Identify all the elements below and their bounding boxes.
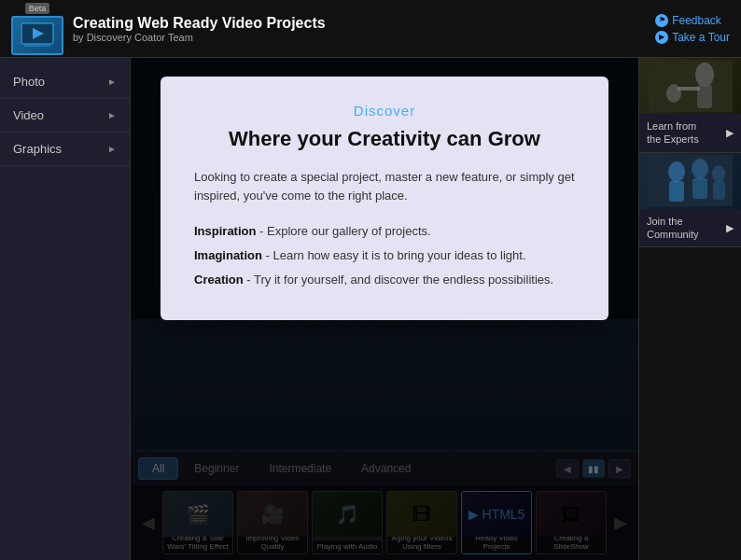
svg-rect-2 (24, 45, 50, 47)
svg-point-18 (692, 159, 708, 179)
logo-area: Beta (11, 3, 63, 55)
modal-description: Looking to create a special project, mas… (194, 168, 575, 207)
sidebar-item-photo[interactable]: Photo ► (0, 65, 130, 99)
feedback-link[interactable]: ⚑ Feedback (655, 14, 721, 27)
flag-icon: ⚑ (655, 14, 668, 27)
header-left: Beta Creating Web Ready Video Projects b… (11, 3, 326, 55)
discover-modal: Discover Where your Creativity can Grow … (161, 77, 608, 320)
page-title: Creating Web Ready Video Projects (73, 15, 326, 32)
right-card-community-image (639, 153, 741, 209)
logo-icon (21, 22, 54, 49)
expert-image-svg (649, 61, 733, 112)
community-image-svg (649, 155, 733, 206)
modal-overlay: Discover Where your Creativity can Grow … (131, 58, 638, 560)
modal-item-creation: Creation - Try it for yourself, and disc… (194, 270, 575, 290)
sidebar-item-graphics[interactable]: Graphics ► (0, 133, 130, 166)
header: Beta Creating Web Ready Video Projects b… (0, 0, 741, 58)
svg-rect-17 (669, 181, 684, 202)
modal-discover-label: Discover (194, 103, 575, 119)
sidebar-item-video[interactable]: Video ► (0, 99, 130, 133)
right-card-community-label[interactable]: Join the Community ▶ (639, 209, 741, 247)
chevron-right-icon: ► (107, 77, 117, 87)
header-right: ⚑ Feedback ▶ Take a Tour (655, 14, 730, 44)
modal-def-imagination: - Learn how easy it is to bring your ide… (266, 248, 526, 262)
play-icon: ▶ (655, 31, 668, 44)
right-card-top-image (639, 58, 741, 114)
svg-point-11 (695, 63, 714, 87)
main-area: Photo ► Video ► Graphics ► Want to be on… (0, 58, 741, 560)
modal-term-inspiration: Inspiration (194, 224, 256, 238)
learn-experts-arrow: ▶ (726, 126, 734, 139)
svg-point-16 (668, 161, 685, 182)
svg-rect-19 (692, 178, 707, 199)
header-title-area: Creating Web Ready Video Projects by Dis… (73, 15, 326, 43)
feedback-label: Feedback (672, 14, 721, 27)
modal-title: Where your Creativity can Grow (194, 126, 575, 153)
svg-point-20 (712, 165, 725, 182)
logo-box (11, 16, 63, 55)
right-card-community: Join the Community ▶ (639, 153, 741, 248)
join-community-arrow: ▶ (726, 221, 734, 234)
modal-def-inspiration: - Explore our gallery of projects. (259, 224, 431, 238)
learn-experts-text: Learn from the Experts (647, 119, 699, 147)
modal-item-inspiration: Inspiration - Explore our gallery of pro… (194, 221, 575, 242)
right-panel: Learn from the Experts ▶ (638, 58, 741, 560)
sidebar-label-photo: Photo (13, 75, 45, 89)
chevron-right-icon: ► (107, 144, 117, 154)
join-community-text: Join the Community (647, 215, 699, 242)
sidebar-label-video: Video (13, 108, 44, 122)
modal-item-imagination: Imagination - Learn how easy it is to br… (194, 245, 575, 266)
center-content: Want to be on the cutting edge of latest… (131, 58, 638, 560)
beta-badge: Beta (25, 3, 50, 14)
svg-rect-21 (713, 181, 725, 200)
chevron-right-icon: ► (107, 110, 117, 120)
modal-term-creation: Creation (194, 273, 244, 287)
modal-term-imagination: Imagination (194, 248, 262, 262)
page-subtitle: by Discovery Coator Team (73, 32, 326, 43)
right-card-top: Learn from the Experts ▶ (639, 58, 741, 153)
take-tour-label: Take a Tour (672, 31, 730, 44)
right-card-top-label[interactable]: Learn from the Experts ▶ (639, 114, 741, 152)
sidebar-label-graphics: Graphics (13, 142, 62, 156)
take-tour-link[interactable]: ▶ Take a Tour (655, 31, 730, 44)
svg-rect-10 (649, 61, 733, 112)
svg-point-14 (666, 84, 681, 103)
sidebar: Photo ► Video ► Graphics ► (0, 58, 131, 560)
modal-def-creation: - Try it for yourself, and discover the … (246, 273, 553, 287)
